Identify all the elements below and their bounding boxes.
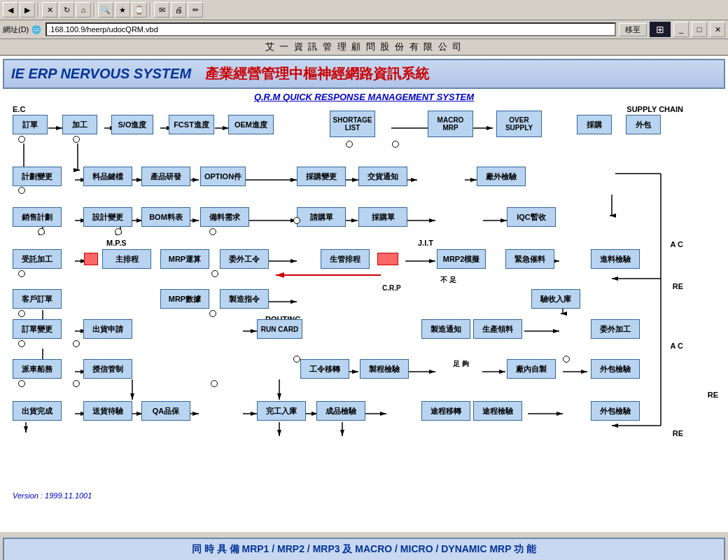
box-mrp2-moni[interactable]: MRP2模擬 [437,249,486,269]
conn-5 [18,187,25,194]
version-text: Version : 1999.11.1001 [13,491,92,500]
toolbar: ◀ ▶ ✕ ↻ ⌂ 🔍 ★ ⌚ ✉ 🖨 ✏ [0,0,728,20]
box-waibao-jianyan[interactable]: 外包檢驗 [591,359,640,379]
home-button[interactable]: ⌂ [76,2,91,18]
box-tucheng-zhuanyi[interactable]: 途程移轉 [421,401,470,421]
box-iqc[interactable]: IQC暫收 [507,207,556,227]
box-red-crp [377,253,398,265]
box-wangong-ruku[interactable]: 完工入庫 [257,401,306,421]
box-macro-mrp[interactable]: MACROMRP [428,111,473,137]
box-gongcheng-zhuanyi[interactable]: 工令移轉 [300,359,349,379]
box-qa[interactable]: QA品保 [141,401,190,421]
box-zhicheng-jianyan[interactable]: 製程檢驗 [360,359,409,379]
box-chuhuo-shengqing[interactable]: 出貨申請 [83,319,132,339]
box-shengchan-lingliao[interactable]: 生產領料 [473,319,522,339]
back-button[interactable]: ◀ [3,2,18,18]
box-shoutuo-jiagong[interactable]: 受託加工 [13,249,62,269]
box-runcard[interactable]: RUN CARD [257,319,302,339]
refresh-button[interactable]: ↻ [59,2,74,18]
address-input[interactable] [46,22,616,36]
box-qinggodan[interactable]: 請購單 [297,207,346,227]
history-button[interactable]: ⌚ [132,2,147,18]
maximize-button[interactable]: □ [692,22,707,37]
box-oem[interactable]: OEM進度 [228,115,274,134]
box-sheji-biangeng[interactable]: 設計變更 [83,207,132,227]
box-jinji-cuihua[interactable]: 緊急催料 [505,249,554,269]
box-shengguang-paihe[interactable]: 生管排程 [321,249,370,269]
box-jinliao-jianyan[interactable]: 進料檢驗 [591,249,640,269]
box-zhizao-zhiling[interactable]: 製造指令 [220,289,269,309]
ac2-label: A C [670,342,683,350]
search-button[interactable]: 🔍 [98,2,113,18]
conn-6 [38,228,45,235]
box-fcst[interactable]: FCST進度 [169,115,214,134]
box-changnei-zizhi[interactable]: 廠內自製 [507,359,556,379]
stop-button[interactable]: ✕ [42,2,57,18]
box-red-1 [84,253,98,265]
crp-label: C.R.P [382,284,401,292]
box-beiliao-xuqiu[interactable]: 備料需求 [200,207,249,227]
box-dingdan-biangeng[interactable]: 訂單變更 [13,319,62,339]
conn-18 [211,380,218,387]
conn-2 [73,136,80,143]
conn-10 [18,270,25,277]
edit-button[interactable]: ✏ [188,2,203,18]
forward-button[interactable]: ▶ [20,2,35,18]
ie-icon: 🌐 [31,25,41,34]
conn-20 [563,356,570,363]
box-chuhuo-wancheng[interactable]: 出貨完成 [13,401,62,421]
box-weiwai-jiagong[interactable]: 委外加工 [591,319,640,339]
company-bar: 艾 一 資 訊 管 理 顧 問 股 份 有 限 公 司 [0,39,728,55]
re2-label: RE [708,391,718,399]
box-caigou[interactable]: 採購 [577,115,612,134]
subtitle: Q.R.M QUICK RESPONSE MANAGEMENT SYSTEM [3,92,725,102]
re1-label: RE [673,282,683,290]
box-chanpin-yanfa[interactable]: 產品研發 [141,167,190,186]
favorites-button[interactable]: ★ [115,2,130,18]
conn-19 [293,356,300,363]
mail-button[interactable]: ✉ [154,2,169,18]
box-songhuo-daijian[interactable]: 送貨待驗 [83,401,132,421]
conn-16 [18,380,25,387]
box-zhu-paihe[interactable]: 主排程 [102,249,151,269]
box-jihua-biangeng[interactable]: 計劃變更 [13,167,62,186]
go-button[interactable]: 移至 [619,23,647,36]
enough-label: 足 夠 [453,359,469,369]
box-caigoudan[interactable]: 採購單 [358,207,407,227]
box-jiaohuo-tongzhi[interactable]: 交貨通知 [358,167,407,186]
box-paiche-chuanwu[interactable]: 派車船務 [13,359,62,379]
box-over-supply[interactable]: OVERSUPPLY [496,111,542,137]
conn-17 [73,380,80,387]
conn-7 [115,228,122,235]
ac1-label: A C [670,240,683,248]
box-waibao[interactable]: 外包 [626,115,661,134]
box-bom[interactable]: BOM料表 [141,207,190,227]
box-so-progress[interactable]: S/O進度 [111,115,153,134]
box-liaopin-jiandang[interactable]: 料品鍵檔 [83,167,132,186]
box-mrp-shuju[interactable]: MRP數據 [160,289,209,309]
box-yanshouluru[interactable]: 驗收入庫 [531,289,580,309]
browser-chrome: ◀ ▶ ✕ ↻ ⌂ 🔍 ★ ⌚ ✉ 🖨 ✏ 網址(D) 🌐 移至 ⊞ _ □ ✕… [0,0,728,56]
box-mrp-yunsuan[interactable]: MRP運算 [160,249,209,269]
header-banner: IE ERP NERVOUS SYSTEM 產業經營管理中樞神經網路資訊系統 [3,59,725,89]
box-dingdan[interactable]: 訂單 [13,115,48,134]
box-shou-xin-guanzhi[interactable]: 授信管制 [83,359,132,379]
box-shortage-list[interactable]: SHORTAGELIST [330,111,375,137]
minimize-button[interactable]: _ [673,22,689,37]
close-button[interactable]: ✕ [710,22,725,37]
box-option[interactable]: OPTION件 [200,167,246,186]
box-kehu-dingdan[interactable]: 客戶訂單 [13,289,62,309]
sep3 [150,3,151,17]
box-chengpin-jianyan[interactable]: 成品檢驗 [316,401,365,421]
print-button[interactable]: 🖨 [171,2,186,18]
capability-bar: 同 時 具 備 MRP1 / MRP2 / MRP3 及 MACRO / MIC… [3,538,725,560]
box-xiaoshou-jihua[interactable]: 銷售計劃 [13,207,62,227]
jit-label: J.I.T [418,239,433,247]
box-tucheng-jianyan[interactable]: 途程檢驗 [473,401,522,421]
box-weiwai-gongling[interactable]: 委外工令 [220,249,269,269]
box-waibao-jianyan2[interactable]: 外包檢驗 [591,401,640,421]
box-changwai-jianyan[interactable]: 廠外檢驗 [477,167,526,186]
box-jiagong[interactable]: 加工 [62,115,97,134]
box-zhizao-tongzhi[interactable]: 製造通知 [421,319,470,339]
box-caigou-biangeng[interactable]: 採購變更 [297,167,346,186]
